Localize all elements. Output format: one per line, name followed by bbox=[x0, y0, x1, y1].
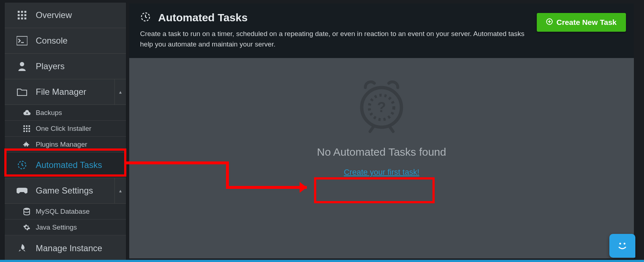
gear-icon bbox=[21, 224, 33, 231]
gamepad-icon bbox=[14, 187, 30, 194]
svg-rect-14 bbox=[26, 125, 27, 126]
svg-rect-5 bbox=[25, 14, 26, 16]
svg-point-23 bbox=[24, 208, 30, 210]
svg-rect-8 bbox=[25, 18, 26, 19]
plus-circle-icon bbox=[546, 18, 553, 27]
page-description: Create a task to run on a timer, schedul… bbox=[140, 29, 526, 49]
create-new-task-button[interactable]: Create New Task bbox=[537, 13, 626, 32]
svg-rect-20 bbox=[26, 130, 27, 132]
svg-rect-0 bbox=[18, 11, 19, 13]
person-icon bbox=[14, 62, 30, 71]
sidebar-sub-label: MySQL Database bbox=[36, 208, 90, 216]
svg-rect-18 bbox=[29, 128, 30, 129]
empty-state-title: No Automated Tasks found bbox=[317, 146, 446, 158]
svg-rect-7 bbox=[21, 18, 23, 19]
svg-rect-19 bbox=[23, 130, 25, 132]
alarm-clock-question-icon: ? bbox=[356, 77, 407, 136]
sidebar-item-file-manager[interactable]: File Manager ▴ bbox=[5, 79, 126, 105]
svg-point-11 bbox=[20, 62, 24, 66]
sidebar-item-label: Game Settings bbox=[36, 186, 93, 196]
create-first-task-link[interactable]: Create your first task! bbox=[344, 168, 419, 177]
sidebar-item-label: Players bbox=[36, 61, 65, 71]
database-icon bbox=[21, 208, 33, 216]
grid-icon bbox=[14, 10, 30, 20]
folder-icon bbox=[14, 88, 30, 96]
cloud-icon bbox=[21, 110, 33, 116]
automated-tasks-icon bbox=[14, 160, 30, 170]
svg-rect-9 bbox=[17, 36, 27, 45]
svg-rect-16 bbox=[23, 128, 25, 129]
sidebar: Overview Console Players File Manager ▴ … bbox=[4, 2, 126, 261]
sidebar-sub-label: Plugins Manager bbox=[36, 141, 87, 148]
sidebar-item-manage-instance[interactable]: Manage Instance bbox=[5, 235, 126, 261]
sidebar-item-label: File Manager bbox=[36, 87, 86, 97]
page-title: Automated Tasks bbox=[158, 12, 248, 24]
chevron-up-icon[interactable]: ▴ bbox=[114, 79, 126, 105]
puzzle-icon bbox=[21, 141, 33, 148]
terminal-icon bbox=[14, 36, 30, 45]
sidebar-sub-mysql[interactable]: MySQL Database bbox=[5, 204, 126, 219]
sidebar-sub-backups[interactable]: Backups bbox=[5, 105, 126, 121]
svg-rect-17 bbox=[26, 128, 27, 129]
sidebar-item-overview[interactable]: Overview bbox=[5, 3, 126, 28]
automated-tasks-header-icon bbox=[140, 12, 151, 24]
svg-rect-1 bbox=[21, 11, 23, 13]
svg-rect-13 bbox=[23, 125, 25, 126]
svg-rect-15 bbox=[29, 125, 30, 126]
sidebar-item-game-settings[interactable]: Game Settings ▴ bbox=[5, 178, 126, 204]
sidebar-sub-label: Java Settings bbox=[36, 223, 77, 231]
svg-rect-3 bbox=[18, 14, 19, 16]
sidebar-item-label: Console bbox=[36, 36, 68, 46]
grid-small-icon bbox=[21, 125, 33, 132]
rocket-icon bbox=[14, 243, 30, 253]
create-button-label: Create New Task bbox=[556, 18, 617, 27]
sidebar-sub-one-click[interactable]: One Click Installer bbox=[5, 121, 126, 137]
svg-point-34 bbox=[624, 243, 626, 245]
svg-rect-2 bbox=[25, 11, 26, 13]
svg-rect-21 bbox=[29, 130, 30, 132]
chevron-up-icon[interactable]: ▴ bbox=[114, 178, 126, 203]
sidebar-sub-plugins[interactable]: Plugins Manager bbox=[5, 137, 126, 152]
sidebar-item-automated-tasks[interactable]: Automated Tasks bbox=[5, 152, 126, 178]
smile-icon bbox=[616, 240, 629, 252]
main-panel: Automated Tasks Create a task to run on … bbox=[129, 4, 634, 258]
sidebar-item-label: Manage Instance bbox=[36, 243, 102, 253]
svg-point-33 bbox=[619, 243, 621, 245]
sidebar-item-label: Automated Tasks bbox=[36, 160, 102, 170]
sidebar-sub-label: Backups bbox=[36, 109, 62, 117]
svg-rect-6 bbox=[18, 18, 19, 19]
bottom-accent-bar bbox=[0, 260, 644, 262]
sidebar-item-players[interactable]: Players bbox=[5, 54, 126, 79]
svg-text:?: ? bbox=[377, 99, 386, 115]
svg-line-32 bbox=[390, 126, 393, 132]
page-header: Automated Tasks Create a task to run on … bbox=[129, 4, 634, 58]
svg-line-31 bbox=[370, 126, 374, 132]
sidebar-sub-java[interactable]: Java Settings bbox=[5, 219, 126, 235]
svg-rect-4 bbox=[21, 14, 23, 16]
sidebar-item-label: Overview bbox=[36, 10, 72, 20]
sidebar-sub-label: One Click Installer bbox=[36, 125, 91, 133]
chat-widget-button[interactable] bbox=[609, 234, 635, 258]
empty-state-panel: ? No Automated Tasks found Create your f… bbox=[129, 58, 634, 258]
svg-point-12 bbox=[26, 112, 28, 114]
sidebar-item-console[interactable]: Console bbox=[5, 28, 126, 54]
